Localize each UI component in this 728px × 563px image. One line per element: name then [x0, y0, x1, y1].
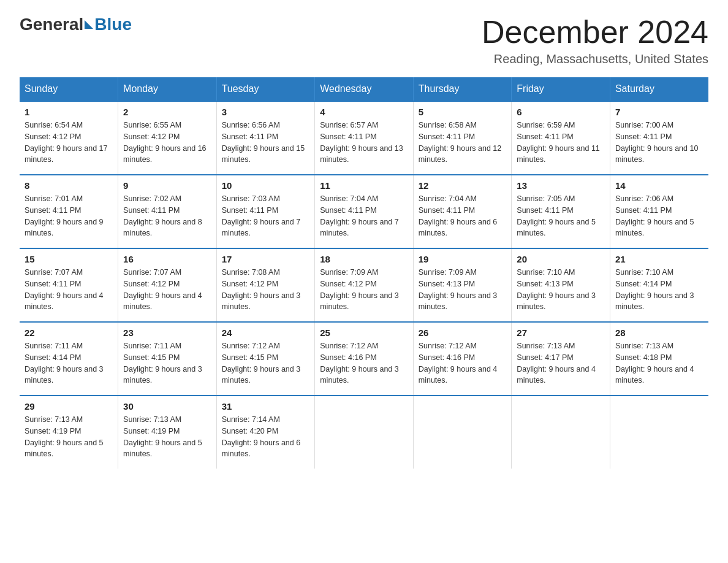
table-row: 27 Sunrise: 7:13 AM Sunset: 4:17 PM Dayl… — [512, 322, 610, 396]
day-number: 17 — [222, 254, 310, 264]
day-number: 1 — [25, 107, 113, 117]
day-info: Sunrise: 6:59 AM Sunset: 4:11 PM Dayligh… — [517, 120, 605, 166]
day-info: Sunrise: 7:07 AM Sunset: 4:12 PM Dayligh… — [123, 267, 211, 313]
table-row: 16 Sunrise: 7:07 AM Sunset: 4:12 PM Dayl… — [118, 248, 217, 322]
table-row — [610, 396, 708, 469]
table-row — [512, 396, 610, 469]
day-info: Sunrise: 7:02 AM Sunset: 4:11 PM Dayligh… — [123, 193, 211, 239]
day-info: Sunrise: 7:04 AM Sunset: 4:11 PM Dayligh… — [320, 193, 408, 239]
calendar-week-row: 8 Sunrise: 7:01 AM Sunset: 4:11 PM Dayli… — [20, 175, 708, 248]
table-row: 9 Sunrise: 7:02 AM Sunset: 4:11 PM Dayli… — [118, 175, 217, 248]
calendar-week-row: 15 Sunrise: 7:07 AM Sunset: 4:11 PM Dayl… — [20, 248, 708, 322]
header-monday: Monday — [118, 77, 217, 101]
day-number: 31 — [222, 401, 310, 412]
day-info: Sunrise: 7:09 AM Sunset: 4:12 PM Dayligh… — [320, 267, 408, 313]
day-info: Sunrise: 7:12 AM Sunset: 4:15 PM Dayligh… — [222, 340, 310, 386]
day-number: 16 — [123, 254, 211, 264]
day-info: Sunrise: 7:13 AM Sunset: 4:17 PM Dayligh… — [517, 340, 605, 386]
table-row: 3 Sunrise: 6:56 AM Sunset: 4:11 PM Dayli… — [216, 101, 315, 175]
day-number: 28 — [615, 327, 703, 338]
weekday-header-row: Sunday Monday Tuesday Wednesday Thursday… — [20, 77, 708, 101]
page-header: General Blue December 2024 Reading, Mass… — [20, 15, 708, 66]
table-row: 2 Sunrise: 6:55 AM Sunset: 4:12 PM Dayli… — [118, 101, 217, 175]
calendar-table: Sunday Monday Tuesday Wednesday Thursday… — [20, 77, 708, 469]
day-info: Sunrise: 7:00 AM Sunset: 4:11 PM Dayligh… — [615, 120, 703, 166]
table-row: 5 Sunrise: 6:58 AM Sunset: 4:11 PM Dayli… — [413, 101, 512, 175]
table-row: 22 Sunrise: 7:11 AM Sunset: 4:14 PM Dayl… — [20, 322, 118, 396]
day-number: 27 — [517, 327, 605, 338]
day-number: 4 — [320, 107, 408, 117]
day-number: 8 — [25, 180, 113, 191]
day-info: Sunrise: 7:03 AM Sunset: 4:11 PM Dayligh… — [222, 193, 310, 239]
day-info: Sunrise: 7:06 AM Sunset: 4:11 PM Dayligh… — [615, 193, 703, 239]
day-number: 20 — [517, 254, 605, 264]
day-number: 9 — [123, 180, 211, 191]
table-row: 12 Sunrise: 7:04 AM Sunset: 4:11 PM Dayl… — [413, 175, 512, 248]
day-info: Sunrise: 7:05 AM Sunset: 4:11 PM Dayligh… — [517, 193, 605, 239]
table-row: 24 Sunrise: 7:12 AM Sunset: 4:15 PM Dayl… — [216, 322, 315, 396]
day-number: 23 — [123, 327, 211, 338]
day-info: Sunrise: 7:14 AM Sunset: 4:20 PM Dayligh… — [222, 414, 310, 460]
table-row: 1 Sunrise: 6:54 AM Sunset: 4:12 PM Dayli… — [20, 101, 118, 175]
month-title: December 2024 — [482, 15, 708, 50]
day-info: Sunrise: 7:10 AM Sunset: 4:14 PM Dayligh… — [615, 267, 703, 313]
table-row: 20 Sunrise: 7:10 AM Sunset: 4:13 PM Dayl… — [512, 248, 610, 322]
table-row: 4 Sunrise: 6:57 AM Sunset: 4:11 PM Dayli… — [315, 101, 414, 175]
day-number: 26 — [419, 327, 507, 338]
calendar-body: 1 Sunrise: 6:54 AM Sunset: 4:12 PM Dayli… — [20, 101, 708, 469]
day-info: Sunrise: 7:12 AM Sunset: 4:16 PM Dayligh… — [320, 340, 408, 386]
day-info: Sunrise: 7:08 AM Sunset: 4:12 PM Dayligh… — [222, 267, 310, 313]
day-number: 19 — [419, 254, 507, 264]
table-row: 15 Sunrise: 7:07 AM Sunset: 4:11 PM Dayl… — [20, 248, 118, 322]
table-row: 11 Sunrise: 7:04 AM Sunset: 4:11 PM Dayl… — [315, 175, 414, 248]
day-number: 30 — [123, 401, 211, 412]
day-number: 6 — [517, 107, 605, 117]
table-row: 13 Sunrise: 7:05 AM Sunset: 4:11 PM Dayl… — [512, 175, 610, 248]
header-thursday: Thursday — [413, 77, 512, 101]
day-info: Sunrise: 7:12 AM Sunset: 4:16 PM Dayligh… — [419, 340, 507, 386]
table-row: 18 Sunrise: 7:09 AM Sunset: 4:12 PM Dayl… — [315, 248, 414, 322]
table-row: 8 Sunrise: 7:01 AM Sunset: 4:11 PM Dayli… — [20, 175, 118, 248]
day-info: Sunrise: 6:56 AM Sunset: 4:11 PM Dayligh… — [222, 120, 310, 166]
day-number: 5 — [419, 107, 507, 117]
day-number: 24 — [222, 327, 310, 338]
table-row — [413, 396, 512, 469]
day-number: 18 — [320, 254, 408, 264]
day-info: Sunrise: 7:11 AM Sunset: 4:15 PM Dayligh… — [123, 340, 211, 386]
day-number: 15 — [25, 254, 113, 264]
header-tuesday: Tuesday — [216, 77, 315, 101]
day-number: 13 — [517, 180, 605, 191]
table-row: 14 Sunrise: 7:06 AM Sunset: 4:11 PM Dayl… — [610, 175, 708, 248]
table-row: 31 Sunrise: 7:14 AM Sunset: 4:20 PM Dayl… — [216, 396, 315, 469]
day-number: 3 — [222, 107, 310, 117]
table-row — [315, 396, 414, 469]
table-row: 28 Sunrise: 7:13 AM Sunset: 4:18 PM Dayl… — [610, 322, 708, 396]
day-number: 7 — [615, 107, 703, 117]
day-number: 29 — [25, 401, 113, 412]
day-info: Sunrise: 7:07 AM Sunset: 4:11 PM Dayligh… — [25, 267, 113, 313]
day-info: Sunrise: 7:04 AM Sunset: 4:11 PM Dayligh… — [419, 193, 507, 239]
header-wednesday: Wednesday — [315, 77, 414, 101]
table-row: 29 Sunrise: 7:13 AM Sunset: 4:19 PM Dayl… — [20, 396, 118, 469]
table-row: 7 Sunrise: 7:00 AM Sunset: 4:11 PM Dayli… — [610, 101, 708, 175]
header-friday: Friday — [512, 77, 610, 101]
table-row: 10 Sunrise: 7:03 AM Sunset: 4:11 PM Dayl… — [216, 175, 315, 248]
day-info: Sunrise: 7:01 AM Sunset: 4:11 PM Dayligh… — [25, 193, 113, 239]
title-area: December 2024 Reading, Massachusetts, Un… — [482, 15, 708, 66]
day-info: Sunrise: 6:57 AM Sunset: 4:11 PM Dayligh… — [320, 120, 408, 166]
table-row: 26 Sunrise: 7:12 AM Sunset: 4:16 PM Dayl… — [413, 322, 512, 396]
day-number: 11 — [320, 180, 408, 191]
logo-arrow-icon — [85, 20, 93, 29]
day-number: 14 — [615, 180, 703, 191]
calendar-week-row: 1 Sunrise: 6:54 AM Sunset: 4:12 PM Dayli… — [20, 101, 708, 175]
table-row: 6 Sunrise: 6:59 AM Sunset: 4:11 PM Dayli… — [512, 101, 610, 175]
calendar-header: Sunday Monday Tuesday Wednesday Thursday… — [20, 77, 708, 101]
table-row: 23 Sunrise: 7:11 AM Sunset: 4:15 PM Dayl… — [118, 322, 217, 396]
day-info: Sunrise: 6:55 AM Sunset: 4:12 PM Dayligh… — [123, 120, 211, 166]
table-row: 17 Sunrise: 7:08 AM Sunset: 4:12 PM Dayl… — [216, 248, 315, 322]
table-row: 30 Sunrise: 7:13 AM Sunset: 4:19 PM Dayl… — [118, 396, 217, 469]
day-info: Sunrise: 7:09 AM Sunset: 4:13 PM Dayligh… — [419, 267, 507, 313]
day-number: 2 — [123, 107, 211, 117]
table-row: 19 Sunrise: 7:09 AM Sunset: 4:13 PM Dayl… — [413, 248, 512, 322]
day-info: Sunrise: 7:10 AM Sunset: 4:13 PM Dayligh… — [517, 267, 605, 313]
